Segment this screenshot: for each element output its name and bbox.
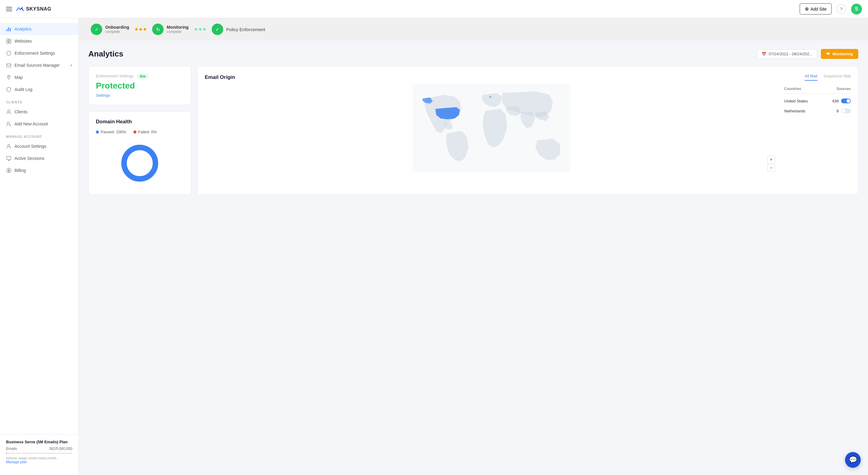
manage-plan-link[interactable]: Manage plan: [6, 460, 72, 464]
tab-suspicious-mail[interactable]: Suspicious Mail: [824, 74, 851, 81]
sidebar-item-enforcement-settings[interactable]: Enforcement Settings: [0, 47, 78, 59]
donut-container: [96, 139, 184, 188]
svg-rect-3: [9, 41, 11, 43]
shield-icon: [6, 50, 11, 56]
map-zoom-controls: + −: [767, 156, 775, 172]
sidebar-item-map[interactable]: Map: [0, 71, 78, 83]
sidebar-item-active-sessions[interactable]: Active Sessions: [0, 152, 78, 164]
sources-col-header: Sources: [837, 87, 851, 91]
domain-health-card: Domain Health Passed: 100%: [88, 111, 191, 195]
content-header-right: 📅 07/24/2022 - 08/24/202... 👁 Monitoring: [757, 49, 858, 59]
domain-health-title: Domain Health: [96, 119, 184, 125]
live-badge: live: [137, 74, 149, 78]
main-content: ✓ Onboarding complete ↻ Monitoring compl…: [79, 18, 868, 475]
dot-6: [203, 28, 206, 31]
email-origin-title: Email Origin: [205, 74, 235, 80]
monitoring-title: Monitoring: [167, 25, 188, 30]
sidebar-item-billing[interactable]: Billing: [0, 164, 78, 176]
enforcement-settings-card: Enforcement Settings live Protected Sett…: [88, 66, 191, 105]
help-button[interactable]: ?: [837, 4, 846, 14]
date-range-picker[interactable]: 📅 07/24/2022 - 08/24/202...: [757, 49, 817, 59]
dot-3: [144, 28, 146, 31]
policy-title: Policy Enforcement: [226, 27, 265, 32]
page-title: Analytics: [88, 49, 123, 59]
country-us: United States: [784, 99, 808, 103]
dot-5: [199, 28, 202, 31]
svg-point-12: [124, 147, 155, 179]
sidebar-item-audit-log[interactable]: Audit Log: [0, 83, 78, 96]
policy-check-icon: ✓: [212, 24, 223, 35]
monitoring-refresh-icon: ↻: [152, 24, 164, 35]
svg-rect-0: [7, 39, 8, 41]
failed-dot: [133, 131, 136, 134]
clients-section-label: CLIENTS: [0, 96, 78, 106]
chart-icon: [6, 26, 11, 32]
count-nl: 9: [837, 109, 839, 113]
passed-dot: [96, 131, 99, 134]
sidebar-item-clients[interactable]: Clients: [0, 106, 78, 118]
step-onboarding: ✓ Onboarding complete: [91, 24, 129, 35]
sidebar-item-account-settings[interactable]: Account Settings: [0, 140, 78, 152]
plus-circle-icon: ⊕: [805, 6, 809, 12]
dollar-icon: [6, 168, 11, 173]
cards-grid: Enforcement Settings live Protected Sett…: [88, 66, 858, 195]
svg-point-8: [7, 144, 10, 146]
onboarding-sub: complete: [105, 30, 129, 34]
steps-bar: ✓ Onboarding complete ↻ Monitoring compl…: [79, 18, 868, 40]
plan-name: Business Serve (5M Emails) Plan: [6, 440, 72, 444]
sidebar-footer: Business Serve (5M Emails) Plan Emails 3…: [0, 435, 78, 469]
domain-legend: Passed: 100% Failed: 0%: [96, 130, 184, 134]
svg-rect-2: [7, 41, 8, 43]
volume-note: Volume usage resets every month.: [6, 456, 72, 460]
svg-point-7: [7, 122, 9, 124]
world-map-svg: [205, 84, 778, 172]
toggle-us[interactable]: [841, 99, 851, 103]
step-policy: ✓ Policy Enforcement: [212, 24, 265, 35]
origin-content: + − Countries Sources United States: [205, 84, 851, 175]
svg-point-6: [7, 110, 10, 112]
person-icon2: [6, 143, 11, 149]
enforcement-card-label: Enforcement Settings: [96, 74, 133, 78]
logo-icon: [16, 6, 24, 12]
calendar-icon: 📅: [762, 52, 766, 56]
avatar[interactable]: S: [851, 4, 862, 14]
chat-widget-button[interactable]: 💬: [845, 452, 861, 468]
email-origin-card: Email Origin All Mail Suspicious Mail: [197, 66, 858, 195]
monitoring-button[interactable]: 👁 Monitoring: [821, 49, 858, 59]
origin-tabs: All Mail Suspicious Mail: [805, 74, 851, 81]
onboarding-title: Onboarding: [105, 25, 129, 30]
location-icon: [6, 75, 11, 80]
legend-failed: Failed: 0%: [133, 130, 157, 134]
layout: Analytics Websites Enforcement Settings: [0, 18, 868, 475]
zoom-in-button[interactable]: +: [767, 156, 775, 164]
grid-icon: [6, 38, 11, 44]
passed-label: Passed: 100%: [101, 130, 126, 134]
svg-point-5: [8, 76, 9, 77]
donut-chart: [119, 142, 161, 184]
countries-col-header: Countries: [784, 87, 801, 91]
monitor-icon: [6, 156, 11, 161]
enforcement-status: Protected: [96, 81, 184, 91]
sidebar: Analytics Websites Enforcement Settings: [0, 18, 79, 475]
settings-link[interactable]: Settings: [96, 93, 184, 98]
sidebar-item-email-sources[interactable]: Email Sources Manager ▾: [0, 59, 78, 71]
logo[interactable]: SKYSNAG: [16, 6, 52, 12]
topnav-left: SKYSNAG: [6, 6, 52, 12]
tab-all-mail[interactable]: All Mail: [805, 74, 817, 81]
manage-section-label: MANAGE ACCOUNT: [0, 130, 78, 140]
sidebar-item-analytics[interactable]: Analytics: [0, 23, 78, 35]
sidebar-item-add-account[interactable]: Add New Account: [0, 118, 78, 130]
dot-1: [135, 28, 137, 31]
emails-row: Emails 382/5,000,000: [6, 447, 72, 451]
chevron-down-icon: ▾: [70, 63, 72, 67]
hamburger-menu[interactable]: [6, 7, 12, 11]
svg-rect-9: [7, 157, 11, 160]
count-us: 436: [832, 99, 839, 103]
left-column: Enforcement Settings live Protected Sett…: [88, 66, 191, 195]
add-site-button[interactable]: ⊕ Add Site: [800, 3, 832, 14]
step-monitoring: ↻ Monitoring complete: [152, 24, 188, 35]
toggle-nl[interactable]: [841, 108, 851, 113]
zoom-out-button[interactable]: −: [767, 164, 775, 172]
sidebar-item-websites[interactable]: Websites: [0, 35, 78, 47]
dot-2: [140, 28, 142, 31]
